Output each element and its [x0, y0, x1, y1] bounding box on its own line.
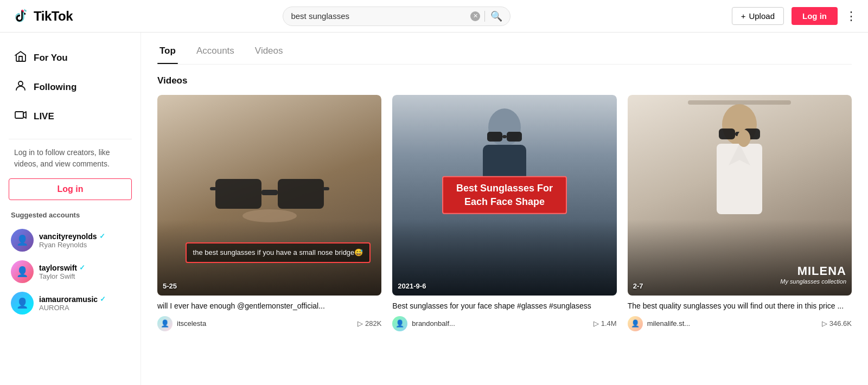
search-tabs: Top Accounts Videos	[157, 41, 852, 65]
verified-icon-taylorswift: ✓	[79, 264, 85, 272]
suggested-accounts-title: Suggested accounts	[9, 211, 132, 219]
tab-videos[interactable]: Videos	[253, 41, 285, 64]
meta-avatar-3: 👤	[628, 316, 643, 331]
suggested-account-vancityreynolds[interactable]: 👤 vancityreynolds ✓ Ryan Reynolds	[9, 224, 132, 256]
tab-top[interactable]: Top	[157, 41, 178, 64]
svg-rect-19	[719, 129, 735, 139]
svg-point-0	[18, 81, 23, 86]
video-title-2: Best sunglasses for your face shape #gla…	[392, 301, 616, 312]
sidebar-item-for-you[interactable]: For You	[9, 43, 132, 73]
meta-views-3: ▷ 346.6K	[822, 319, 852, 328]
milena-brand-name: MILENA	[780, 264, 846, 278]
main-content: Top Accounts Videos Videos	[141, 33, 868, 385]
upload-button[interactable]: + Upload	[732, 7, 784, 25]
video-text-overlay-1: the best sunglasses if you have a small …	[186, 242, 371, 263]
svg-rect-1	[15, 112, 23, 118]
search-icon[interactable]: 🔍	[490, 10, 502, 22]
tiktok-logo-icon	[11, 7, 29, 25]
avatar-vancityreynolds: 👤	[11, 229, 34, 252]
svg-point-22	[737, 130, 750, 147]
suggested-account-aurora[interactable]: 👤 iamauroramusic ✓ AURORA	[9, 287, 132, 319]
more-options-button[interactable]: ⋮	[845, 9, 857, 23]
avatar-taylorswift: 👤	[11, 260, 34, 283]
live-icon	[14, 108, 27, 125]
milena-brand-sub: My sunglasses collection	[780, 278, 846, 285]
display-name-taylorswift: Taylor Swift	[39, 272, 85, 280]
avatar-aurora: 👤	[11, 292, 34, 315]
sidebar-nav: For You Following LIVE	[9, 43, 132, 131]
account-info-taylorswift: taylorswift ✓ Taylor Swift	[39, 264, 85, 280]
svg-rect-2	[215, 179, 261, 209]
video-title-3: The best quality sunglasses you will fin…	[628, 301, 852, 312]
search-input[interactable]	[291, 11, 470, 21]
videos-grid: 5-25 the best sunglasses if you have a s…	[157, 95, 852, 331]
video-title-1: will I ever have enough @gentlemonster_o…	[157, 301, 381, 312]
search-bar: ✕ 🔍	[283, 7, 510, 26]
video-meta-3: 👤 milenalife.st... ▷ 346.6K	[628, 316, 852, 331]
sidebar-item-following[interactable]: Following	[9, 73, 132, 102]
upload-label: Upload	[749, 11, 775, 21]
suggested-account-taylorswift[interactable]: 👤 taylorswift ✓ Taylor Swift	[9, 256, 132, 287]
home-icon	[14, 50, 27, 66]
video-meta-2: 👤 brandonbalf... ▷ 1.4M	[392, 316, 616, 331]
tab-accounts[interactable]: Accounts	[194, 41, 237, 64]
play-icon-3: ▷	[822, 319, 827, 328]
username-taylorswift: taylorswift ✓	[39, 264, 85, 272]
video-thumbnail-2: 2021-9-6 Best Sunglasses For Each Face S…	[392, 95, 616, 296]
logo-text: TikTok	[34, 9, 73, 24]
videos-section-title: Videos	[157, 75, 852, 86]
svg-rect-15	[688, 100, 791, 105]
sidebar: For You Following LIVE Log in to follow …	[0, 33, 141, 385]
svg-rect-11	[507, 132, 522, 142]
video-date-2: 2021-9-6	[398, 282, 426, 290]
svg-rect-3	[278, 179, 324, 209]
sidebar-for-you-label: For You	[34, 53, 68, 63]
sidebar-item-live[interactable]: LIVE	[9, 102, 132, 131]
video-thumbnail-1: 5-25 the best sunglasses if you have a s…	[157, 95, 381, 296]
header: TikTok ✕ 🔍 + Upload Log in ⋮	[0, 0, 868, 33]
svg-rect-10	[487, 132, 502, 142]
main-layout: For You Following LIVE Log in to follow …	[0, 33, 868, 385]
upload-plus-icon: +	[741, 11, 746, 21]
display-name-vancityreynolds: Ryan Reynolds	[39, 241, 105, 249]
search-divider	[484, 11, 485, 22]
video-date-1: 5-25	[163, 282, 177, 290]
play-icon-2: ▷	[593, 319, 599, 328]
meta-views-2: ▷ 1.4M	[593, 319, 617, 328]
verified-icon-vancityreynolds: ✓	[99, 232, 105, 240]
header-login-button[interactable]: Log in	[792, 7, 838, 25]
sidebar-following-label: Following	[34, 82, 76, 93]
username-vancityreynolds: vancityreynolds ✓	[39, 232, 105, 241]
meta-avatar-1: 👤	[157, 316, 173, 331]
account-info-vancityreynolds: vancityreynolds ✓ Ryan Reynolds	[39, 232, 105, 249]
logo-area[interactable]: TikTok	[11, 7, 73, 25]
account-info-aurora: iamauroramusic ✓ AURORA	[39, 295, 106, 312]
milena-brand-overlay: MILENA My sunglasses collection	[780, 264, 846, 285]
following-icon	[14, 79, 27, 95]
meta-username-2: brandonbalf...	[412, 319, 589, 328]
display-name-aurora: AURORA	[39, 304, 106, 312]
video-thumbnail-3: 2-7 MILENA My sunglasses collection	[628, 95, 852, 296]
meta-username-3: milenalife.st...	[647, 319, 818, 328]
video-meta-1: 👤 itscelesta ▷ 282K	[157, 316, 381, 331]
sidebar-divider	[9, 139, 132, 139]
username-aurora: iamauroramusic ✓	[39, 295, 106, 304]
verified-icon-aurora: ✓	[100, 295, 106, 303]
video-text-overlay-2: Best Sunglasses For Each Face Shape	[442, 176, 567, 214]
svg-rect-12	[502, 135, 507, 138]
play-icon-1: ▷	[358, 319, 363, 328]
login-prompt-text: Log in to follow creators, like videos, …	[14, 147, 126, 170]
svg-rect-6	[323, 187, 329, 190]
meta-views-1: ▷ 282K	[358, 319, 381, 328]
video-card-1[interactable]: 5-25 the best sunglasses if you have a s…	[157, 95, 381, 331]
svg-rect-4	[261, 190, 278, 195]
meta-avatar-2: 👤	[392, 316, 407, 331]
meta-username-1: itscelesta	[177, 319, 353, 328]
header-right: + Upload Log in ⋮	[732, 7, 857, 25]
sidebar-login-button[interactable]: Log in	[9, 178, 132, 200]
video-card-2[interactable]: 2021-9-6 Best Sunglasses For Each Face S…	[392, 95, 616, 331]
video-card-3[interactable]: 2-7 MILENA My sunglasses collection The …	[628, 95, 852, 331]
search-clear-button[interactable]: ✕	[470, 11, 480, 21]
svg-rect-5	[210, 187, 216, 190]
sidebar-live-label: LIVE	[34, 111, 54, 122]
